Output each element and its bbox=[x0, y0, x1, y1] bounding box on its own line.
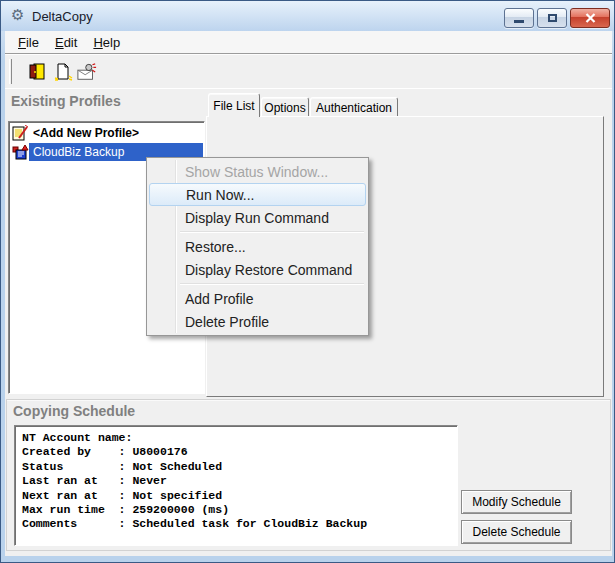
add-new-profile-icon bbox=[12, 125, 29, 141]
context-menu-separator bbox=[180, 283, 364, 285]
tab-authentication[interactable]: Authentication bbox=[310, 97, 398, 117]
tab-options[interactable]: Options bbox=[261, 97, 309, 117]
context-menu-item-display-run-command[interactable]: Display Run Command bbox=[149, 206, 366, 229]
close-button[interactable] bbox=[570, 8, 610, 28]
minimize-button[interactable] bbox=[504, 8, 534, 28]
context-menu-item-restore[interactable]: Restore... bbox=[149, 235, 366, 258]
context-menu-separator bbox=[180, 231, 364, 233]
close-icon bbox=[585, 13, 596, 23]
context-menu-item-run-now[interactable]: Run Now... bbox=[149, 183, 366, 206]
menu-help[interactable]: Help bbox=[85, 33, 128, 52]
exit-icon[interactable] bbox=[28, 62, 48, 82]
profile-item-label: <Add New Profile> bbox=[29, 124, 143, 142]
new-profile-icon[interactable] bbox=[53, 62, 73, 82]
modify-schedule-button[interactable]: Modify Schedule bbox=[461, 490, 572, 514]
title-bar[interactable]: ⚙ DeltaCopy bbox=[1, 1, 615, 31]
existing-profiles-header: Existing Profiles bbox=[11, 93, 121, 109]
profile-icon bbox=[12, 144, 29, 160]
profile-item-add-new[interactable]: <Add New Profile> bbox=[10, 123, 203, 142]
copying-schedule-panel: Copying Schedule NT Account name: Create… bbox=[6, 399, 611, 551]
schedule-details-box[interactable]: NT Account name: Created by : U8000176 S… bbox=[14, 425, 458, 546]
deltacopy-window: ⚙ DeltaCopy File Edit Help bbox=[0, 0, 615, 563]
context-menu-item-add-profile[interactable]: Add Profile bbox=[149, 287, 366, 310]
schedule-details-text: NT Account name: Created by : U8000176 S… bbox=[15, 426, 457, 537]
client-area: File Edit Help Exi bbox=[5, 31, 612, 556]
minimize-icon bbox=[514, 20, 524, 23]
tab-file-list[interactable]: File List bbox=[208, 93, 260, 117]
context-menu-item-delete-profile[interactable]: Delete Profile bbox=[149, 310, 366, 333]
maximize-icon bbox=[548, 14, 557, 22]
email-notification-icon[interactable] bbox=[77, 62, 97, 82]
context-menu-item-show-status-window: Show Status Window... bbox=[149, 160, 366, 183]
app-gear-icon: ⚙ bbox=[11, 7, 24, 23]
context-menu-item-display-restore-command[interactable]: Display Restore Command bbox=[149, 258, 366, 281]
toolbar bbox=[5, 53, 612, 89]
menu-edit[interactable]: Edit bbox=[47, 33, 85, 52]
menu-bar: File Edit Help bbox=[5, 31, 612, 53]
context-menu: Show Status Window... Run Now... Display… bbox=[146, 157, 369, 336]
window-title: DeltaCopy bbox=[32, 9, 93, 24]
menu-file[interactable]: File bbox=[10, 33, 47, 52]
delete-schedule-button[interactable]: Delete Schedule bbox=[461, 520, 572, 544]
copying-schedule-header: Copying Schedule bbox=[13, 403, 135, 419]
toolbar-gripper[interactable] bbox=[9, 59, 12, 84]
maximize-button[interactable] bbox=[537, 8, 567, 28]
